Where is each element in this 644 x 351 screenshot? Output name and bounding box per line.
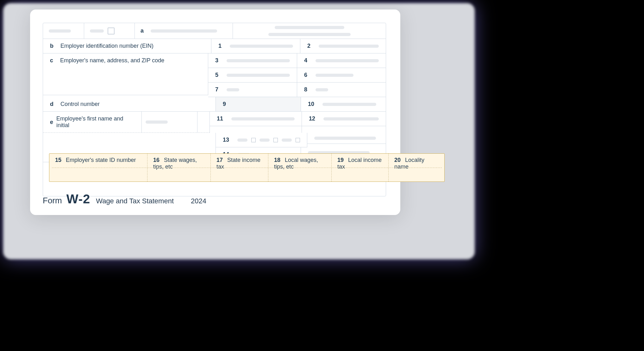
top-strip-row: a: [43, 23, 386, 39]
box-5: 5: [208, 68, 297, 83]
checkbox-icon[interactable]: [251, 138, 256, 142]
box-1: 1: [211, 39, 300, 53]
top-cell-2: [84, 23, 135, 39]
main-row-4: eEmployee's first name and initial 11 12: [43, 112, 386, 133]
placeholder-bar: [49, 29, 71, 33]
box-6: 6: [297, 68, 386, 83]
placeholder-bar: [323, 117, 379, 120]
placeholder-bar: [316, 74, 353, 77]
placeholder-bar: [316, 59, 379, 62]
box-8: 8: [297, 83, 386, 97]
box-c: cEmployer's name, address, and ZIP code: [43, 53, 208, 95]
placeholder-bar: [314, 137, 376, 140]
placeholder-bar: [231, 117, 295, 120]
box-a-letter: a: [141, 28, 144, 34]
box-e-row: eEmployee's first name and initial: [43, 112, 210, 133]
box-16: 16State wages, tips, etc: [147, 154, 211, 182]
box-a: a: [135, 23, 233, 39]
placeholder-bar: [319, 45, 379, 48]
box-19: 19Local income tax: [332, 154, 389, 182]
box-d-label: Control number: [60, 101, 100, 108]
placeholder-bar: [230, 45, 293, 48]
box-e-label: Employee's first name and initial: [56, 115, 134, 129]
box-7: 7: [208, 83, 297, 97]
placeholder-bar: [237, 139, 247, 142]
box-e-last: [197, 112, 209, 132]
box-18: 18Local wages, tips, etc: [268, 154, 332, 182]
box-13: 13: [216, 133, 307, 147]
box-15: 15Employer's state ID number: [49, 154, 147, 182]
checkbox-icon[interactable]: [273, 138, 278, 142]
box-3: 3: [208, 53, 297, 68]
placeholder-bar: [322, 103, 376, 106]
placeholder-bar: [227, 88, 239, 91]
placeholder-bar: [282, 139, 292, 142]
box-b: bEmployer identification number (EIN): [43, 39, 211, 53]
box-11: 11: [210, 112, 302, 126]
w2-form-card: a bEmployer identification number (EIN) …: [30, 9, 400, 215]
top-cell-right: [233, 23, 386, 39]
box-20: 20Locality name: [389, 154, 444, 182]
box-b-label: Employer identification number (EIN): [60, 43, 153, 49]
box-e: eEmployee's first name and initial: [43, 112, 142, 132]
top-cell-1: [43, 23, 84, 39]
box-9: 9: [216, 97, 301, 112]
placeholder-bar: [268, 33, 351, 36]
form-footer: Form W-2 Wage and Tax Statement 2024: [43, 192, 206, 206]
main-row-1: bEmployer identification number (EIN) 1 …: [43, 39, 386, 53]
footer-desc: Wage and Tax Statement: [96, 197, 174, 205]
placeholder-bar: [316, 88, 328, 91]
box-12b-area: [307, 133, 386, 144]
placeholder-bar: [259, 139, 270, 142]
checkbox-icon[interactable]: [296, 138, 300, 142]
box-4: 4: [297, 53, 386, 68]
main-row-2: cEmployer's name, address, and ZIP code …: [43, 53, 386, 97]
footer-form: Form: [43, 196, 62, 206]
placeholder-bar: [227, 59, 290, 62]
box-10: 10: [301, 97, 386, 112]
box-c-label: Employer's name, address, and ZIP code: [60, 57, 164, 64]
main-row-3: dControl number 9 10: [43, 97, 386, 112]
placeholder-bar: [146, 120, 168, 124]
placeholder-bar: [275, 26, 344, 29]
highlighted-state-local-row: 15Employer's state ID number 16State wag…: [49, 153, 445, 182]
box-12: 12: [302, 112, 386, 126]
box-2: 2: [300, 39, 386, 53]
box-d: dControl number: [43, 97, 216, 112]
footer-year: 2024: [191, 197, 206, 205]
placeholder-bar: [227, 74, 290, 77]
box-17: 17State income tax: [211, 154, 268, 182]
placeholder-bar: [151, 29, 217, 33]
box-e-mid: [142, 112, 197, 132]
placeholder-bar: [90, 29, 104, 33]
checkbox-icon[interactable]: [108, 28, 115, 34]
footer-code: W-2: [66, 192, 91, 206]
